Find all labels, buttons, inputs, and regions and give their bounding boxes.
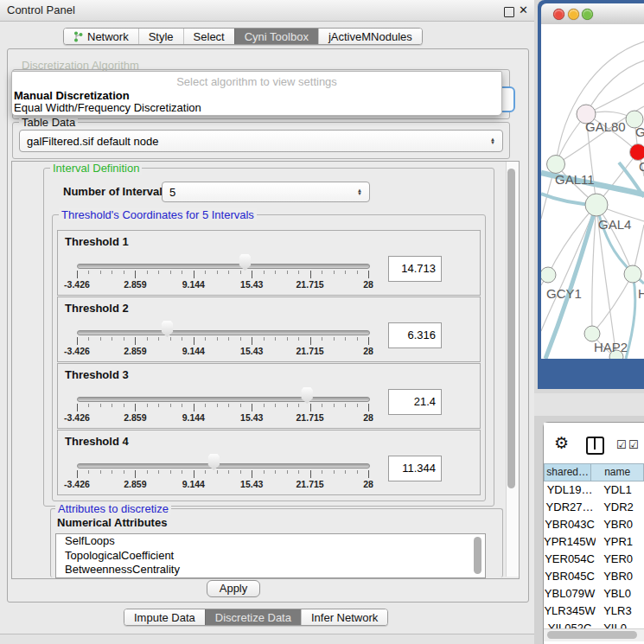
tab-style[interactable]: Style — [138, 29, 183, 44]
table-data-combo[interactable]: galFiltered.sif default node ▲▼ — [19, 130, 503, 152]
combo-spinner-icon: ▲▼ — [490, 137, 495, 144]
table-row[interactable]: YDL19…YDL1 — [544, 481, 644, 499]
slider-tick — [170, 337, 171, 341]
table-cell-shared-name[interactable]: YBR045C — [544, 568, 596, 585]
network-node-h[interactable] — [624, 265, 641, 283]
slider-tick — [357, 337, 358, 341]
table-row[interactable]: YPR145WYPR1 — [544, 533, 644, 551]
attribute-list-item[interactable]: TopologicalCoefficient — [56, 549, 485, 564]
numerical-attributes-list[interactable]: SelfLoopsTopologicalCoefficientBetweenne… — [55, 533, 486, 578]
slider-tick — [334, 404, 335, 407]
table-cell-name[interactable]: YER0 — [596, 551, 644, 568]
slider-tick-label: 28 — [363, 479, 373, 489]
combo-spinner-icon: ▲▼ — [357, 188, 362, 195]
slider-tick — [275, 337, 276, 341]
tab-discretize-data[interactable]: Discretize Data — [205, 609, 301, 625]
table-row[interactable]: YBR045CYBR0 — [544, 568, 644, 585]
slider-tick — [322, 404, 322, 407]
dropdown-option-equal-width-frequency[interactable]: Equal Width/Frequency Discretization — [14, 101, 201, 114]
threshold-value-field[interactable]: 21.4 — [388, 389, 442, 415]
table-row[interactable]: YIL052CYIL0 — [544, 620, 644, 628]
slider-track[interactable] — [77, 397, 370, 402]
attribute-list-item[interactable]: BetweennessCentrality — [56, 563, 485, 577]
tab-infer-network[interactable]: Infer Network — [301, 609, 387, 625]
slider-tick — [217, 404, 218, 407]
slider-track[interactable] — [77, 264, 370, 269]
slider-tick — [170, 404, 171, 407]
minimize-traffic-light-icon[interactable] — [568, 9, 579, 20]
slider-tick — [112, 470, 112, 474]
network-node-gal4[interactable] — [585, 194, 608, 216]
slider-tick-label: 28 — [363, 346, 373, 356]
attributes-list-scrollbar-thumb[interactable] — [474, 537, 481, 574]
table-cell-shared-name[interactable]: YBL079W — [544, 585, 596, 603]
table-row[interactable]: YBL079WYBL0 — [544, 585, 644, 603]
table-cell-shared-name[interactable]: YLR345W — [544, 603, 596, 620]
table-row[interactable]: YBR043CYBR0 — [544, 516, 644, 533]
table-cell-name[interactable]: YBR0 — [596, 516, 644, 533]
close-traffic-light-icon[interactable] — [553, 9, 564, 20]
slider-ticks — [77, 470, 368, 478]
attribute-list-item[interactable]: SelfLoops — [56, 534, 485, 549]
float-window-icon[interactable] — [504, 7, 514, 17]
column-view-icon[interactable] — [586, 437, 604, 455]
table-row[interactable]: YLR345WYLR3 — [544, 603, 644, 620]
table-cell-name[interactable]: YBL0 — [596, 585, 644, 603]
tab-impute-data[interactable]: Impute Data — [124, 609, 205, 625]
table-hscrollbar-thumb[interactable] — [547, 631, 637, 639]
table-row[interactable]: YER054CYER0 — [544, 551, 644, 568]
close-icon[interactable]: ✕ — [519, 3, 528, 16]
table-cell-shared-name[interactable]: YDL19… — [544, 481, 596, 499]
table-cell-name[interactable]: YIL0 — [596, 620, 644, 628]
slider-ticks — [77, 404, 368, 411]
tab-select[interactable]: Select — [183, 29, 234, 44]
gear-icon[interactable]: ⚙ — [554, 433, 569, 453]
table-cell-name[interactable]: YPR1 — [596, 533, 644, 551]
threshold-value-field[interactable]: 6.316 — [388, 322, 442, 348]
slider-track[interactable] — [77, 463, 370, 469]
number-of-intervals-combo[interactable]: 5 ▲▼ — [162, 182, 370, 202]
table-cell-shared-name[interactable]: YBR043C — [544, 516, 596, 533]
table-cell-name[interactable]: YLR3 — [596, 603, 644, 620]
tab-jactivemnodules[interactable]: jActiveMNodules — [318, 29, 422, 44]
network-canvas[interactable]: GAL80GACGAL11GAL4GCY1HHAP2 — [541, 24, 644, 359]
slider-tick — [77, 404, 78, 411]
table-cell-shared-name[interactable]: YER054C — [544, 551, 596, 568]
checkbox-select-icon[interactable]: ☑ — [616, 438, 627, 451]
threshold-box-1: Threshold 1-3.4262.8599.14415.4321.71528… — [57, 230, 481, 296]
slider-tick — [100, 404, 101, 407]
slider-tick — [135, 271, 136, 278]
table-cell-name[interactable]: YDL1 — [596, 481, 644, 499]
apply-button[interactable]: Apply — [207, 580, 260, 597]
threshold-value-field[interactable]: 11.344 — [388, 456, 442, 481]
threshold-box-2: Threshold 2-3.4262.8599.14415.4321.71528… — [57, 296, 481, 362]
network-node-c[interactable] — [630, 144, 644, 161]
table-cell-name[interactable]: YDR2 — [596, 499, 644, 516]
network-node-gal11[interactable] — [547, 156, 565, 174]
network-node-gcy1[interactable] — [541, 267, 556, 283]
slider-tick — [240, 271, 241, 274]
table-cell-name[interactable]: YBR0 — [596, 568, 644, 585]
checkbox-select-icon[interactable]: ☑ — [628, 438, 639, 451]
column-header-shared-name[interactable]: shared… — [544, 463, 591, 481]
threshold-value-field[interactable]: 14.713 — [388, 256, 442, 282]
algorithm-dropdown-placeholder: Select algorithm to view settings — [12, 75, 501, 88]
dropdown-option-manual-discretization[interactable]: Manual Discretization — [14, 89, 130, 102]
tab-cyni-toolbox[interactable]: Cyni Toolbox — [234, 29, 318, 44]
slider-tick — [298, 337, 299, 341]
slider-track[interactable] — [77, 330, 370, 335]
table-cell-shared-name[interactable]: YDR27… — [544, 499, 596, 516]
slider-tick — [368, 271, 369, 278]
table-cell-shared-name[interactable]: YIL052C — [544, 620, 596, 628]
table-row[interactable]: YDR27…YDR2 — [544, 499, 644, 516]
zoom-traffic-light-icon[interactable] — [582, 9, 593, 20]
settings-scrollbar-thumb[interactable] — [507, 169, 515, 488]
table-cell-shared-name[interactable]: YPR145W — [544, 533, 596, 551]
tab-network[interactable]: Network — [64, 29, 138, 44]
slider-tick — [275, 404, 276, 407]
column-header-name[interactable]: name — [591, 463, 644, 481]
slider-tick — [275, 470, 276, 474]
slider-tick — [88, 404, 89, 407]
slider-tick — [170, 470, 171, 474]
slider-tick — [194, 404, 194, 411]
